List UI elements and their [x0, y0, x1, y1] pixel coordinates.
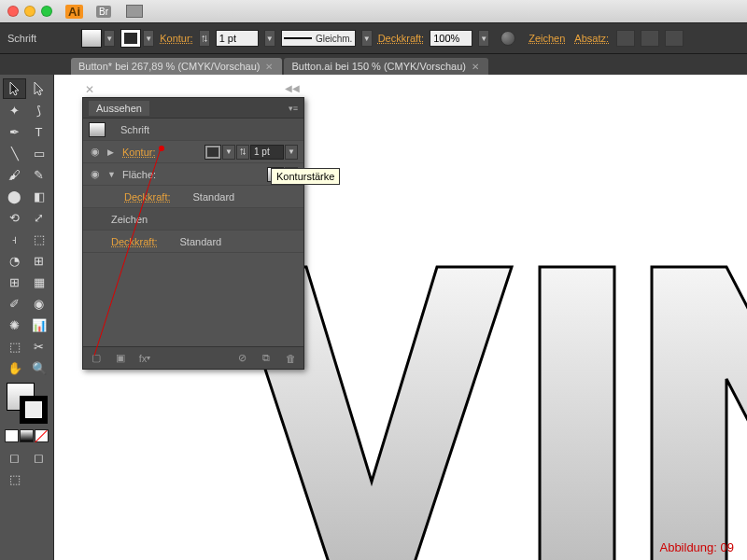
zoom-window-button[interactable]	[41, 6, 52, 17]
new-stroke-icon[interactable]: ▢	[89, 352, 104, 365]
artboard-tool[interactable]: ⬚	[3, 336, 26, 357]
appearance-row-zeichen[interactable]: Zeichen	[83, 208, 303, 231]
color-mode-solid[interactable]	[5, 429, 19, 442]
control-bar: Schrift ▼ ▼ Kontur: ⮁ ▼ Gleichm. ▼ Deckk…	[0, 22, 747, 54]
appearance-row-schrift[interactable]: Schrift	[83, 119, 303, 141]
close-tab-icon[interactable]: ✕	[472, 62, 479, 72]
duplicate-item-icon[interactable]: ⧉	[259, 352, 274, 365]
close-tab-icon[interactable]: ✕	[265, 62, 273, 72]
align-left-button[interactable]	[616, 30, 635, 47]
new-fill-icon[interactable]: ▣	[113, 352, 128, 365]
appearance-row-deckkraft-2[interactable]: Deckkraft: Standard	[83, 231, 303, 253]
app-badge: Ai	[65, 5, 83, 19]
align-right-button[interactable]	[665, 30, 684, 47]
tooltip-konturstaerke: Konturstärke	[271, 168, 340, 185]
line-tool[interactable]: ╲	[3, 143, 26, 163]
deckkraft-link[interactable]: Deckkraft:	[378, 33, 425, 44]
draw-mode-normal[interactable]: ◻	[3, 447, 26, 468]
fill-stroke-indicator[interactable]	[5, 383, 49, 424]
color-mode-gradient[interactable]	[20, 429, 34, 442]
fill-swatch[interactable]	[81, 29, 102, 48]
document-tab-1[interactable]: Button* bei 267,89 % (CMYK/Vorschau)✕	[71, 58, 282, 75]
disclosure-triangle-icon[interactable]: ▶	[107, 147, 117, 157]
opacity-input[interactable]	[430, 30, 472, 47]
close-window-button[interactable]	[7, 6, 19, 17]
magic-wand-tool[interactable]: ✦	[3, 100, 26, 120]
rotate-tool[interactable]: ⟲	[3, 207, 26, 228]
stroke-weight-dropdown[interactable]: ▼	[264, 30, 275, 47]
panel-stroke-weight-dropdown[interactable]: ▼	[285, 145, 298, 160]
figure-caption: Abbildung: 09	[659, 540, 734, 554]
screen-mode[interactable]: ⬚	[3, 469, 26, 489]
hand-tool[interactable]: ✋	[3, 357, 26, 378]
document-tabbar: Button* bei 267,89 % (CMYK/Vorschau)✕ Bu…	[0, 54, 747, 75]
stroke-dropdown[interactable]: ▼	[143, 30, 154, 47]
stroke-indicator[interactable]	[20, 396, 48, 424]
appearance-row-deckkraft-1[interactable]: Deckkraft: Standard	[83, 186, 303, 208]
zoom-tool[interactable]: 🔍	[27, 357, 50, 378]
bridge-badge[interactable]: Br	[96, 6, 111, 18]
stroke-color-swatch[interactable]	[204, 145, 221, 160]
panel-stroke-weight-input[interactable]	[250, 145, 284, 160]
stroke-weight-stepper[interactable]: ⮁	[236, 145, 249, 160]
scale-tool[interactable]: ⤢	[27, 207, 50, 228]
zeichen-link[interactable]: Zeichen	[529, 33, 565, 44]
add-effect-icon[interactable]: fx▾	[137, 352, 152, 365]
free-transform-tool[interactable]: ⬚	[27, 229, 50, 249]
pencil-tool[interactable]: ✎	[27, 164, 50, 185]
visibility-toggle-icon[interactable]: ◉	[89, 168, 102, 180]
stroke-weight-decrease[interactable]: ⮁	[199, 30, 210, 47]
panel-menu-icon[interactable]: ▾≡	[289, 104, 298, 113]
graph-tool[interactable]: 📊	[27, 315, 50, 335]
width-tool[interactable]: ⫞	[3, 229, 26, 249]
stroke-color-dropdown[interactable]: ▼	[222, 145, 235, 160]
slice-tool[interactable]: ✂	[27, 336, 50, 357]
type-tool[interactable]: T	[27, 121, 50, 142]
minimize-window-button[interactable]	[24, 6, 35, 17]
blob-brush-tool[interactable]: ⬤	[3, 186, 26, 206]
window-titlebar: Ai Br	[0, 0, 747, 22]
clear-appearance-icon[interactable]: ⊘	[234, 352, 249, 365]
kontur-link[interactable]: Kontur:	[160, 33, 192, 44]
recolor-icon[interactable]	[500, 31, 515, 46]
gradient-tool[interactable]: ▦	[27, 272, 50, 292]
workspace-switcher[interactable]	[126, 5, 143, 18]
panel-footer: ▢ ▣ fx▾ ⊘ ⧉ 🗑	[83, 346, 303, 369]
disclosure-triangle-icon[interactable]: ▼	[107, 170, 117, 179]
color-mode-none[interactable]	[35, 429, 49, 442]
appearance-panel: ✕ ◀◀ Aussehen ▾≡ Schrift ◉ ▶ Kontur: ▼ ⮁…	[82, 97, 304, 370]
stroke-weight-input[interactable]	[216, 30, 259, 47]
pen-tool[interactable]: ✒	[3, 121, 26, 142]
draw-mode-behind[interactable]: ◻	[27, 447, 50, 468]
stroke-profile[interactable]: Gleichm.	[281, 30, 356, 47]
rectangle-tool[interactable]: ▭	[27, 143, 50, 163]
stroke-profile-dropdown[interactable]: ▼	[361, 30, 373, 47]
toolbox: ✦⟆ ✒T ╲▭ 🖌✎ ⬤◧ ⟲⤢ ⫞⬚ ◔⊞ ⊞▦ ✐◉ ✺📊 ⬚✂ ✋🔍 ◻…	[0, 75, 54, 560]
blend-tool[interactable]: ◉	[27, 293, 50, 314]
opacity-dropdown[interactable]: ▼	[478, 30, 489, 47]
stroke-swatch[interactable]	[120, 29, 141, 48]
symbol-sprayer-tool[interactable]: ✺	[3, 315, 26, 335]
mesh-tool[interactable]: ⊞	[3, 272, 26, 292]
selection-tool[interactable]	[3, 78, 26, 99]
delete-item-icon[interactable]: 🗑	[283, 352, 298, 365]
visibility-toggle-icon[interactable]: ◉	[89, 146, 102, 158]
shape-builder-tool[interactable]: ◔	[3, 250, 26, 271]
document-tab-2[interactable]: Button.ai bei 150 % (CMYK/Vorschau)✕	[284, 58, 487, 75]
absatz-link[interactable]: Absatz:	[574, 33, 609, 44]
appearance-row-kontur[interactable]: ◉ ▶ Kontur: ▼ ⮁ ▼	[83, 141, 303, 163]
lasso-tool[interactable]: ⟆	[27, 100, 50, 120]
paintbrush-tool[interactable]: 🖌	[3, 164, 26, 185]
eraser-tool[interactable]: ◧	[27, 186, 50, 206]
tool-context-label: Schrift	[7, 33, 36, 44]
panel-close-icon[interactable]: ✕	[85, 83, 94, 96]
panel-collapse-icon[interactable]: ◀◀	[285, 83, 300, 93]
eyedropper-tool[interactable]: ✐	[3, 293, 26, 314]
align-center-button[interactable]	[641, 30, 659, 47]
annotation-marker	[159, 146, 164, 151]
direct-selection-tool[interactable]	[27, 78, 50, 99]
type-thumbnail-icon	[89, 122, 106, 137]
perspective-grid-tool[interactable]: ⊞	[27, 250, 50, 271]
panel-tab-aussehen[interactable]: Aussehen	[89, 101, 149, 116]
fill-dropdown[interactable]: ▼	[104, 30, 115, 47]
